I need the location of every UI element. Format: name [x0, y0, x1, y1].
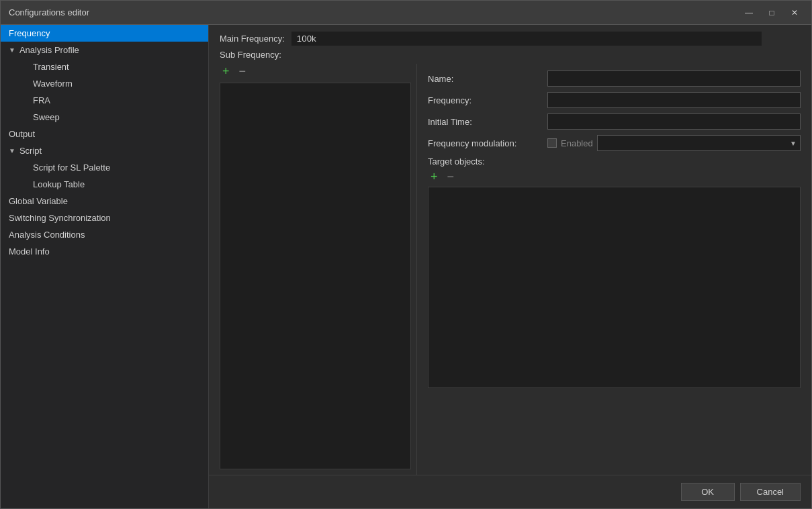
- name-label: Name:: [428, 74, 542, 84]
- sidebar-item-fra[interactable]: FRA: [1, 92, 208, 109]
- enabled-label: Enabled: [561, 138, 593, 148]
- frequency-row: Frequency:: [428, 92, 801, 108]
- sidebar-item-sweep[interactable]: Sweep: [1, 109, 208, 126]
- sidebar-item-output[interactable]: Output: [1, 126, 208, 142]
- sidebar-item-script-sl[interactable]: Script for SL Palette: [1, 159, 208, 176]
- sub-frequency-label: Sub Frequency:: [220, 50, 281, 60]
- add-sub-freq-button[interactable]: +: [220, 64, 232, 79]
- target-objects-section: Target objects: + −: [428, 156, 801, 388]
- titlebar: Configurations editor — □ ✕: [1, 1, 811, 25]
- frequency-form: Name: Frequency: Initial Time:: [417, 64, 811, 475]
- initial-time-row: Initial Time:: [428, 113, 801, 130]
- transient-label: Transient: [33, 62, 69, 72]
- remove-sub-freq-button[interactable]: −: [236, 64, 249, 79]
- freq-mod-dropdown-wrapper: ▼: [597, 135, 801, 151]
- global-variable-label: Global Variable: [9, 196, 68, 206]
- ok-button[interactable]: OK: [681, 483, 735, 501]
- cancel-button[interactable]: Cancel: [740, 483, 801, 501]
- main-frequency-label: Main Frequency:: [220, 34, 285, 44]
- sidebar-item-script[interactable]: ▼ Script: [1, 142, 208, 159]
- maximize-button[interactable]: □: [763, 6, 780, 19]
- bottombar: OK Cancel: [209, 475, 811, 508]
- freq-mod-dropdown[interactable]: [597, 135, 801, 151]
- freq-mod-controls: Enabled ▼: [547, 135, 801, 151]
- sidebar-item-transient[interactable]: Transient: [1, 58, 208, 75]
- titlebar-controls: — □ ✕: [740, 6, 803, 19]
- target-toolbar: + −: [428, 169, 801, 184]
- fra-label: FRA: [33, 95, 50, 105]
- script-chevron-icon: ▼: [9, 147, 15, 154]
- target-objects-list[interactable]: [428, 187, 801, 388]
- sidebar: Frequency ▼ Analysis Profile Transient W…: [1, 25, 209, 508]
- sidebar-item-lookup-table[interactable]: Lookup Table: [1, 176, 208, 193]
- initial-time-input[interactable]: [547, 113, 801, 130]
- model-info-label: Model Info: [9, 246, 50, 257]
- main-frequency-input[interactable]: [291, 32, 762, 46]
- sidebar-item-waveform[interactable]: Waveform: [1, 75, 208, 92]
- sub-frequency-panel: + −: [209, 64, 417, 475]
- sidebar-item-analysis-conditions[interactable]: Analysis Conditions: [1, 226, 208, 243]
- freq-modulation-row: Frequency modulation: Enabled ▼: [428, 135, 801, 151]
- switching-sync-label: Switching Synchronization: [9, 213, 111, 223]
- output-label: Output: [9, 129, 35, 139]
- configurations-editor-window: Configurations editor — □ ✕ Frequency ▼ …: [0, 0, 812, 509]
- sub-frequency-list[interactable]: [220, 83, 411, 469]
- sidebar-item-model-info[interactable]: Model Info: [1, 243, 208, 260]
- add-target-button[interactable]: +: [428, 169, 441, 184]
- frequency-field-label: Frequency:: [428, 95, 542, 105]
- window-title: Configurations editor: [9, 7, 740, 17]
- main-frequency-row: Main Frequency:: [209, 25, 811, 46]
- script-sl-label: Script for SL Palette: [33, 163, 110, 173]
- main-panel: Main Frequency: Sub Frequency: + −: [209, 25, 811, 508]
- remove-target-button[interactable]: −: [445, 169, 457, 184]
- target-objects-label: Target objects:: [428, 156, 801, 167]
- frequency-input[interactable]: [547, 92, 801, 108]
- analysis-conditions-label: Analysis Conditions: [9, 230, 85, 240]
- close-button[interactable]: ✕: [786, 6, 803, 19]
- sub-frequency-row: Sub Frequency:: [209, 46, 811, 64]
- sidebar-item-analysis-profile[interactable]: ▼ Analysis Profile: [1, 42, 208, 58]
- waveform-label: Waveform: [33, 79, 73, 89]
- lookup-table-label: Lookup Table: [33, 179, 85, 189]
- name-row: Name:: [428, 71, 801, 87]
- name-input[interactable]: [547, 71, 801, 87]
- script-label: Script: [19, 146, 42, 156]
- body-split: + − Name: Frequency:: [209, 64, 811, 475]
- sidebar-item-switching-sync[interactable]: Switching Synchronization: [1, 210, 208, 226]
- content-area: Frequency ▼ Analysis Profile Transient W…: [1, 25, 811, 508]
- frequency-label: Frequency: [9, 28, 50, 38]
- freq-mod-checkbox[interactable]: [547, 138, 557, 148]
- chevron-down-icon: ▼: [9, 46, 15, 54]
- minimize-button[interactable]: —: [740, 6, 758, 19]
- freq-mod-label: Frequency modulation:: [428, 138, 542, 148]
- sweep-label: Sweep: [33, 112, 60, 122]
- sidebar-item-global-variable[interactable]: Global Variable: [1, 193, 208, 210]
- sub-freq-toolbar: + −: [220, 64, 411, 79]
- initial-time-label: Initial Time:: [428, 117, 542, 127]
- analysis-profile-label: Analysis Profile: [19, 45, 79, 55]
- sidebar-item-frequency[interactable]: Frequency: [1, 25, 208, 42]
